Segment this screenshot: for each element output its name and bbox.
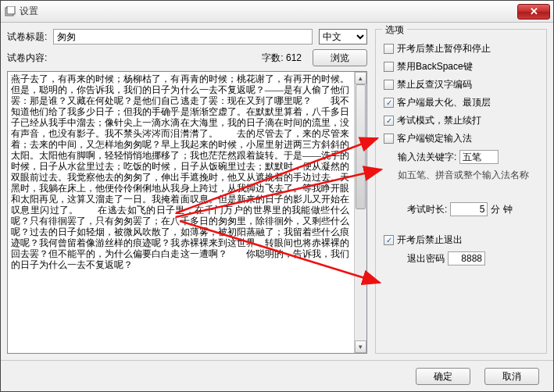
scroll-thumb[interactable] xyxy=(356,84,366,209)
wordcount: 字数: 612 xyxy=(262,52,302,65)
exit-password-input[interactable] xyxy=(448,251,485,265)
titlebar: 设置 ✕ xyxy=(1,1,553,23)
chk-lock-ime[interactable] xyxy=(384,134,394,144)
language-select[interactable]: 中文 xyxy=(319,29,367,45)
chk-backspace[interactable] xyxy=(384,62,394,72)
window-title: 设置 xyxy=(20,5,517,18)
scroll-down-icon[interactable]: ▾ xyxy=(355,340,366,353)
chk-maximize-label: 客户端最大化、最顶层 xyxy=(397,96,491,109)
title-label: 试卷标题: xyxy=(7,30,47,44)
content-label: 试卷内容: xyxy=(7,52,47,65)
chk-pause[interactable] xyxy=(384,44,394,54)
chk-no-exit-label: 开考后禁止退出 xyxy=(397,233,463,247)
ime-keyword-input[interactable] xyxy=(459,150,499,164)
right-panel: 选项 开考后禁止暂停和停止 禁用BackSpace键 禁止反查汉字编码 ✓ 客户… xyxy=(375,29,547,354)
exit-password-label: 退出密码 xyxy=(407,252,445,265)
chk-encoding-label: 禁止反查汉字编码 xyxy=(397,78,472,91)
chk-no-exit[interactable]: ✓ xyxy=(384,235,394,245)
chk-exam-mode[interactable]: ✓ xyxy=(384,116,394,126)
browse-button[interactable]: 浏览 xyxy=(313,49,367,66)
ime-keyword-label: 输入法关键字: xyxy=(398,151,456,164)
settings-window: 设置 ✕ 试卷标题: 中文 试卷内容: 字数: 612 浏览 燕子去了，有再来 xyxy=(0,0,554,392)
scroll-up-icon[interactable]: ▴ xyxy=(355,72,366,84)
ok-button[interactable]: 确定 xyxy=(416,368,470,385)
options-legend: 选项 xyxy=(382,23,407,37)
scrollbar[interactable]: ▴ ▾ xyxy=(354,72,366,353)
cancel-button[interactable]: 取消 xyxy=(484,368,539,385)
chk-encoding[interactable] xyxy=(384,80,394,90)
svg-rect-1 xyxy=(7,6,15,14)
footer: 确定 取消 xyxy=(1,360,553,391)
chk-exam-mode-label: 考试模式，禁止续打 xyxy=(397,114,481,127)
duration-label: 考试时长: xyxy=(407,203,447,216)
app-icon xyxy=(4,5,16,18)
duration-unit: 分 钟 xyxy=(491,203,512,216)
chk-backspace-label: 禁用BackSpace键 xyxy=(397,60,473,73)
chk-lock-ime-label: 客户端锁定输入法 xyxy=(397,132,472,145)
chk-pause-label: 开考后禁止暂停和停止 xyxy=(397,42,491,55)
duration-input[interactable] xyxy=(450,202,488,216)
close-button[interactable]: ✕ xyxy=(517,4,550,20)
paper-title-input[interactable] xyxy=(53,29,313,45)
left-panel: 试卷标题: 中文 试卷内容: 字数: 612 浏览 燕子去了，有再来的时候；杨柳… xyxy=(7,29,367,354)
chk-maximize[interactable]: ✓ xyxy=(384,98,394,108)
ime-hint: 如五笔、拼音或整个输入法名称 xyxy=(398,169,538,182)
options-fieldset: 选项 开考后禁止暂停和停止 禁用BackSpace键 禁止反查汉字编码 ✓ 客户… xyxy=(375,29,547,354)
paper-content-textarea[interactable]: 燕子去了，有再来的时候；杨柳枯了，有再青的时候；桃花谢了，有再开的时候。但是，聪… xyxy=(7,71,367,354)
